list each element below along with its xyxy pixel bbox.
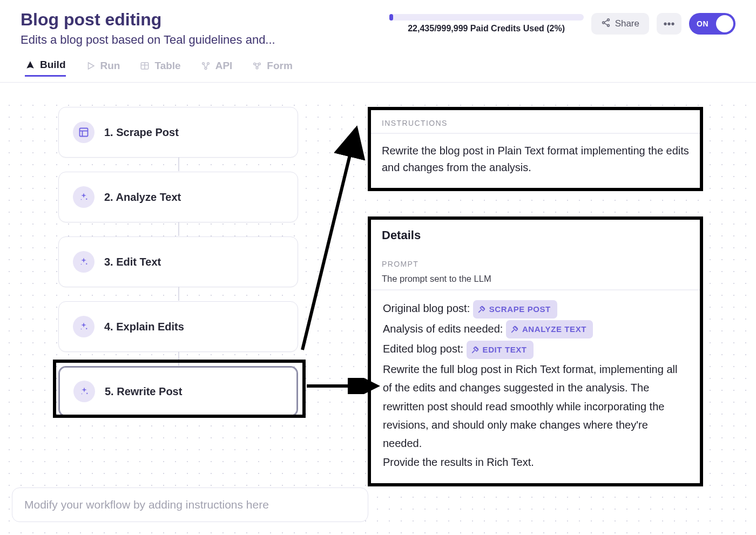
instructions-panel: INSTRUCTIONS Rewrite the blog post in Pl… [368, 107, 703, 191]
svg-line-16 [255, 64, 257, 67]
sparkle-icon [73, 381, 95, 402]
sparkle-icon [73, 186, 94, 208]
workflow-canvas[interactable]: 1. Scrape Post 2. Analyze Text 3. Edit T… [0, 96, 756, 535]
node-title: 1. Scrape Post [104, 126, 179, 139]
svg-line-17 [258, 64, 259, 67]
svg-point-27 [86, 393, 87, 394]
prompt-text: Analysis of edits needed: [383, 323, 506, 335]
share-button[interactable]: Share [591, 13, 649, 35]
svg-line-3 [604, 20, 608, 22]
variable-badge-scrape-post[interactable]: SCRAPE POST [473, 300, 557, 319]
workflow-node-rewrite-post[interactable]: 5. Rewrite Post [58, 366, 298, 417]
credits-block: 22,435/999,999 Paid Credits Used (2%) [389, 14, 584, 33]
prompt-text: Edited blog post: [383, 343, 467, 355]
tab-form[interactable]: Form [252, 59, 293, 77]
svg-point-23 [86, 263, 87, 265]
svg-point-12 [254, 63, 256, 65]
section-label: PROMPT [371, 247, 700, 274]
details-panel: Details PROMPT The prompt sent to the LL… [368, 216, 703, 486]
connector [178, 222, 179, 236]
badge-label: ANALYZE TEXT [522, 322, 586, 336]
form-icon [252, 60, 262, 71]
svg-point-28 [82, 394, 83, 395]
prompt-text: Original blog post: [383, 302, 473, 314]
instructions-body: Rewrite the blog post in Plain Text form… [371, 133, 700, 188]
workflow-node-scrape-post[interactable]: 1. Scrape Post [58, 107, 298, 158]
enable-toggle[interactable]: ON [689, 13, 735, 35]
connector [178, 287, 179, 301]
prompt-line: Original blog post: SCRAPE POST [383, 299, 688, 319]
node-title: 5. Rewrite Post [105, 385, 182, 398]
prompt-paragraph: Provide the results in Rich Text. [383, 453, 688, 471]
svg-line-4 [604, 23, 608, 25]
prompt-paragraph: Rewrite the full blog post in Rich Text … [383, 360, 688, 453]
toggle-knob [716, 15, 733, 32]
dots-icon: ••• [663, 18, 674, 30]
workflow-node-analyze-text[interactable]: 2. Analyze Text [58, 172, 298, 222]
prompt-line: Edited blog post: EDIT TEXT [383, 340, 688, 359]
node-title: 4. Explain Edits [104, 321, 184, 333]
workflow-node-edit-text[interactable]: 3. Edit Text [58, 236, 298, 287]
sparkle-icon [73, 251, 94, 273]
tab-label: Run [100, 60, 120, 72]
svg-point-13 [259, 63, 261, 65]
node-title: 3. Edit Text [104, 256, 161, 268]
variable-badge-analyze-text[interactable]: ANALYZE TEXT [506, 320, 593, 338]
svg-line-29 [302, 128, 356, 350]
modify-input[interactable]: Modify your workflow by adding instructi… [12, 487, 368, 522]
toggle-label: ON [697, 19, 708, 28]
tab-table[interactable]: Table [139, 59, 180, 77]
tab-label: API [215, 60, 233, 72]
tab-bar: Build Run Table API Form [0, 47, 756, 83]
api-icon [200, 60, 211, 71]
workflow-node-explain-edits[interactable]: 4. Explain Edits [58, 301, 298, 352]
connector [178, 351, 179, 365]
tab-run[interactable]: Run [85, 59, 120, 77]
prompt-body: Original blog post: SCRAPE POST Analysis… [371, 289, 700, 483]
details-heading: Details [371, 220, 700, 247]
svg-point-25 [86, 328, 87, 329]
credit-progress-fill [389, 14, 393, 21]
tab-label: Build [40, 59, 66, 71]
credits-text: 22,435/999,999 Paid Credits Used (2%) [389, 24, 584, 33]
tab-label: Table [154, 60, 180, 72]
layout-icon [73, 121, 94, 143]
svg-rect-18 [80, 128, 88, 137]
tab-api[interactable]: API [200, 59, 233, 77]
badge-label: EDIT TEXT [483, 343, 527, 357]
section-label: INSTRUCTIONS [371, 110, 700, 133]
sparkle-icon [73, 316, 94, 337]
badge-label: SCRAPE POST [489, 302, 551, 316]
node-title: 2. Analyze Text [104, 191, 181, 204]
table-icon [139, 60, 150, 71]
share-label: Share [615, 18, 639, 29]
tab-label: Form [267, 60, 293, 72]
credit-progress-bar [389, 14, 584, 21]
connector [178, 157, 179, 171]
more-button[interactable]: ••• [657, 13, 681, 35]
svg-marker-5 [88, 63, 94, 69]
svg-point-21 [86, 199, 87, 200]
tab-build[interactable]: Build [25, 59, 66, 77]
page-subtitle: Edits a blog post based on Teal guidelin… [21, 33, 389, 47]
svg-point-24 [81, 264, 82, 265]
svg-point-22 [81, 199, 82, 200]
play-icon [85, 60, 96, 71]
modify-placeholder: Modify your workflow by adding instructi… [24, 498, 269, 511]
variable-badge-edit-text[interactable]: EDIT TEXT [467, 341, 534, 359]
share-icon [601, 18, 611, 30]
prompt-line: Analysis of edits needed: ANALYZE TEXT [383, 320, 688, 339]
build-icon [25, 59, 36, 70]
page-title: Blog post editing [21, 10, 389, 30]
prompt-description: The prompt sent to the LLM [371, 274, 700, 289]
svg-point-26 [81, 329, 82, 330]
